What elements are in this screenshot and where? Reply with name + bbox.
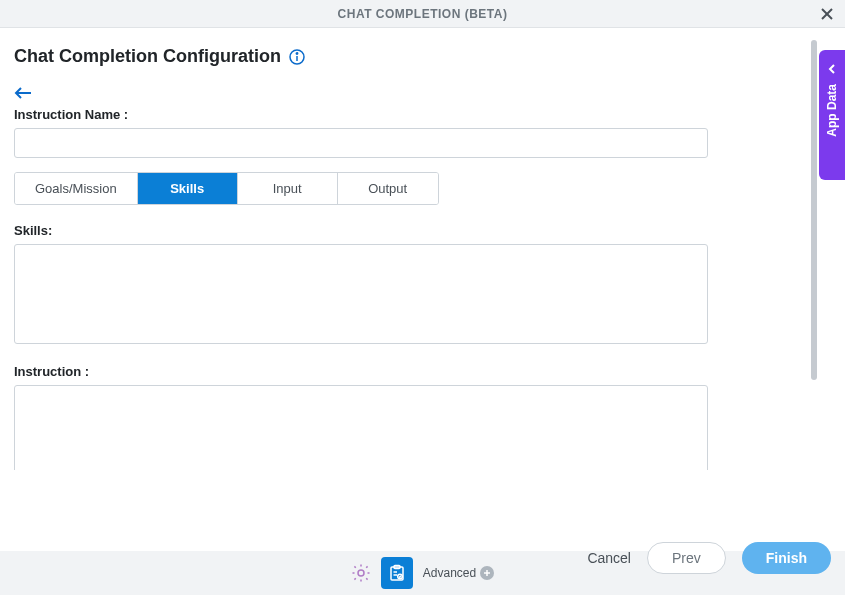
close-icon [820, 7, 834, 21]
prev-button[interactable]: Prev [647, 542, 726, 574]
cancel-button[interactable]: Cancel [587, 550, 631, 566]
instruction-name-label: Instruction Name : [14, 107, 831, 122]
close-button[interactable] [819, 6, 835, 22]
app-data-tab[interactable]: App Data [819, 50, 845, 180]
skills-label: Skills: [14, 223, 831, 238]
scrollbar[interactable] [811, 40, 817, 380]
instruction-name-input[interactable] [14, 128, 708, 158]
chevron-left-icon [827, 60, 837, 78]
modal-header: CHAT COMPLETION (BETA) [0, 0, 845, 28]
content-area: Chat Completion Configuration Instructio… [0, 28, 845, 470]
info-icon[interactable] [289, 49, 305, 65]
svg-point-4 [296, 52, 297, 53]
instruction-label: Instruction : [14, 364, 831, 379]
tab-goals-mission[interactable]: Goals/Mission [15, 173, 138, 204]
tabs-container: Goals/Mission Skills Input Output [14, 172, 439, 205]
back-button[interactable] [14, 87, 32, 99]
tab-output[interactable]: Output [338, 173, 438, 204]
page-title-row: Chat Completion Configuration [14, 46, 831, 67]
skills-textarea[interactable] [14, 244, 708, 344]
bottom-area: Advanced Cancel Prev Finish [0, 551, 845, 595]
arrow-left-icon [14, 87, 32, 99]
app-data-label: App Data [825, 84, 839, 137]
tab-skills[interactable]: Skills [138, 173, 238, 204]
modal-title: CHAT COMPLETION (BETA) [338, 7, 508, 21]
finish-button[interactable]: Finish [742, 542, 831, 574]
page-title: Chat Completion Configuration [14, 46, 281, 67]
instruction-textarea[interactable] [14, 385, 708, 470]
tab-input[interactable]: Input [238, 173, 338, 204]
footer: Cancel Prev Finish [0, 529, 845, 587]
